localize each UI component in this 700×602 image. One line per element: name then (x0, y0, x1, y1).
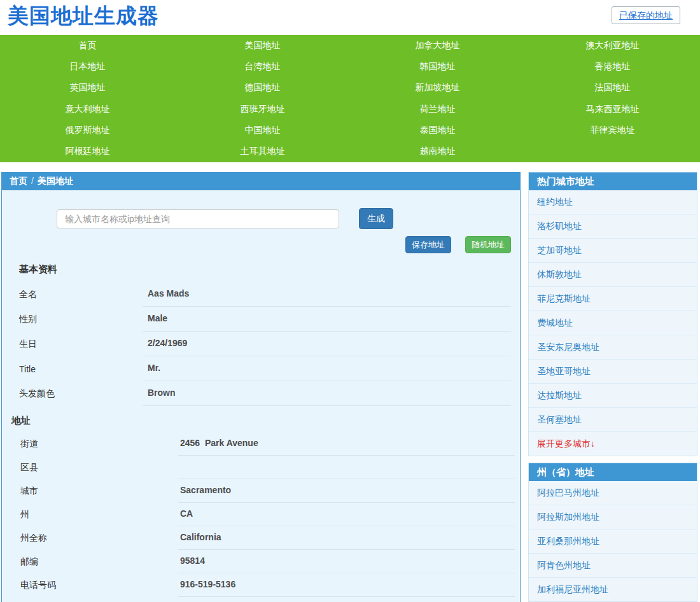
nav-item-spain[interactable]: 西班牙地址 (175, 99, 350, 120)
nav-item-singapore[interactable]: 新加坡地址 (350, 78, 525, 99)
states-panel: 州（省）地址 阿拉巴马州地址 阿拉斯加州地址 亚利桑那州地址 阿肯色州地址 加利… (528, 463, 697, 602)
field-label: 头发颜色 (11, 388, 143, 400)
nav-item-usa[interactable]: 美国地址 (175, 35, 350, 56)
field-row-zipcode: 邮编 95814 (11, 550, 511, 573)
nav-item-taiwan[interactable]: 台湾地址 (175, 56, 350, 77)
field-value: 95814 (178, 550, 515, 573)
nav-item-netherlands[interactable]: 荷兰地址 (350, 99, 525, 120)
field-label: 邮编 (11, 556, 178, 568)
field-row-title: Title Mr. (11, 356, 511, 381)
nav-item-malaysia[interactable]: 马来西亚地址 (525, 99, 700, 120)
field-label: 区县 (11, 462, 178, 473)
search-input[interactable] (57, 209, 339, 228)
field-value: California (178, 526, 515, 550)
nav-item-italy[interactable]: 意大利地址 (0, 99, 175, 120)
field-value: Sacramento (178, 479, 515, 503)
address-title: 地址 (11, 415, 511, 427)
nav-item-france[interactable]: 法国地址 (525, 78, 700, 99)
nav-item-japan[interactable]: 日本地址 (0, 56, 175, 77)
sidebar-city-dallas[interactable]: 达拉斯地址 (529, 384, 697, 408)
field-value: 2/24/1969 (143, 332, 511, 356)
field-label: Title (11, 364, 143, 374)
random-address-button[interactable]: 随机地址 (465, 236, 511, 253)
field-label: 生日 (11, 339, 143, 350)
sidebar-city-philadelphia[interactable]: 费城地址 (529, 311, 697, 335)
states-header: 州（省）地址 (529, 463, 697, 481)
field-value: Aas Mads (143, 282, 511, 307)
nav-item-australia[interactable]: 澳大利亚地址 (525, 35, 700, 56)
nav-item-russia[interactable]: 俄罗斯地址 (0, 120, 175, 141)
field-label: 城市 (11, 486, 178, 497)
breadcrumb-current: 美国地址 (38, 176, 73, 186)
sidebar-city-newyork[interactable]: 纽约地址 (529, 190, 697, 214)
field-row-city: 城市 Sacramento (11, 479, 511, 503)
nav-item-hongkong[interactable]: 香港地址 (525, 56, 700, 77)
nav-item-germany[interactable]: 德国地址 (175, 78, 350, 99)
field-row-street: 街道 2456 Park Avenue (11, 432, 511, 456)
panel-body: 生成 保存地址 随机地址 基本资料 全名 Aas Mads 性别 Male 生日… (2, 209, 520, 602)
field-value: CA (178, 503, 515, 526)
nav-item-turkey[interactable]: 土耳其地址 (175, 141, 350, 162)
top-header: 美国地址生成器 已保存的地址 (0, 0, 700, 35)
field-value: Male (143, 307, 511, 332)
field-row-district: 区县 (11, 456, 511, 479)
sidebar-state-arkansas[interactable]: 阿肯色州地址 (529, 554, 697, 578)
basic-info-title: 基本资料 (19, 263, 511, 276)
nav-item-thailand[interactable]: 泰国地址 (350, 120, 525, 141)
breadcrumb-separator: / (31, 176, 34, 186)
hot-cities-panel: 热门城市地址 纽约地址 洛杉矶地址 芝加哥地址 休斯敦地址 菲尼克斯地址 费城地… (528, 172, 697, 456)
sidebar-city-sandiego[interactable]: 圣地亚哥地址 (529, 360, 697, 384)
action-row: 保存地址 随机地址 (11, 236, 511, 253)
sidebar-state-alaska[interactable]: 阿拉斯加州地址 (529, 505, 697, 529)
field-value: 916-519-5136 (178, 573, 515, 597)
main-panel: 首页/美国地址 生成 保存地址 随机地址 基本资料 全名 Aas Mads 性别… (1, 172, 521, 602)
field-value: Brown (143, 381, 511, 406)
field-label: 电话号码 (11, 580, 178, 591)
field-row-state-fullname: 州全称 California (11, 526, 511, 550)
nav-item-canada[interactable]: 加拿大地址 (350, 35, 525, 56)
field-row-phone: 电话号码 916-519-5136 (11, 573, 511, 597)
nav-item-uk[interactable]: 英国地址 (0, 78, 175, 99)
nav-item-philippines[interactable]: 菲律宾地址 (525, 120, 700, 141)
sidebar-city-phoenix[interactable]: 菲尼克斯地址 (529, 287, 697, 311)
save-address-button[interactable]: 保存地址 (405, 236, 451, 253)
sidebar-city-houston[interactable]: 休斯敦地址 (529, 263, 697, 287)
nav-item-home[interactable]: 首页 (0, 35, 175, 56)
nav-item-china[interactable]: 中国地址 (175, 120, 350, 141)
field-label: 州 (11, 509, 178, 521)
country-nav: 首页 美国地址 加拿大地址 澳大利亚地址 日本地址 台湾地址 韩国地址 香港地址… (0, 35, 700, 162)
field-label: 全名 (11, 289, 143, 300)
basic-info-section: 全名 Aas Mads 性别 Male 生日 2/24/1969 Title M… (11, 282, 511, 406)
sidebar-city-losangeles[interactable]: 洛杉矶地址 (529, 214, 697, 239)
nav-item-vietnam[interactable]: 越南地址 (350, 141, 525, 162)
field-row-state: 州 CA (11, 503, 511, 526)
sidebar-city-sanjose[interactable]: 圣何塞地址 (529, 408, 697, 432)
search-row: 生成 (57, 209, 511, 229)
field-value: 2456 Park Avenue (178, 432, 515, 456)
sidebar: 热门城市地址 纽约地址 洛杉矶地址 芝加哥地址 休斯敦地址 菲尼克斯地址 费城地… (528, 172, 697, 602)
hot-cities-header: 热门城市地址 (529, 172, 697, 190)
breadcrumb-home-link[interactable]: 首页 (10, 176, 27, 186)
address-section: 街道 2456 Park Avenue 区县 城市 Sacramento 州 C… (11, 432, 511, 597)
field-label: 街道 (11, 438, 178, 450)
sidebar-state-alabama[interactable]: 阿拉巴马州地址 (529, 481, 697, 505)
generate-button[interactable]: 生成 (359, 208, 393, 229)
nav-item-korea[interactable]: 韩国地址 (350, 56, 525, 77)
field-value (178, 456, 515, 479)
sidebar-city-sanantonio[interactable]: 圣安东尼奥地址 (529, 335, 697, 360)
field-row-hair-color: 头发颜色 Brown (11, 381, 511, 406)
field-row-gender: 性别 Male (11, 307, 511, 332)
sidebar-state-california[interactable]: 加利福尼亚州地址 (529, 578, 697, 601)
field-label: 州全称 (11, 533, 178, 544)
nav-item-argentina[interactable]: 阿根廷地址 (0, 141, 175, 162)
field-row-birthday: 生日 2/24/1969 (11, 332, 511, 356)
breadcrumb: 首页/美国地址 (2, 172, 520, 190)
site-title: 美国地址生成器 (8, 2, 159, 31)
sidebar-city-chicago[interactable]: 芝加哥地址 (529, 239, 697, 263)
expand-more-cities-link[interactable]: 展开更多城市↓ (529, 432, 697, 456)
saved-addresses-button[interactable]: 已保存的地址 (612, 6, 680, 24)
field-row-fullname: 全名 Aas Mads (11, 282, 511, 307)
sidebar-state-arizona[interactable]: 亚利桑那州地址 (529, 529, 697, 554)
field-label: 性别 (11, 314, 143, 325)
field-value: Mr. (143, 356, 511, 381)
